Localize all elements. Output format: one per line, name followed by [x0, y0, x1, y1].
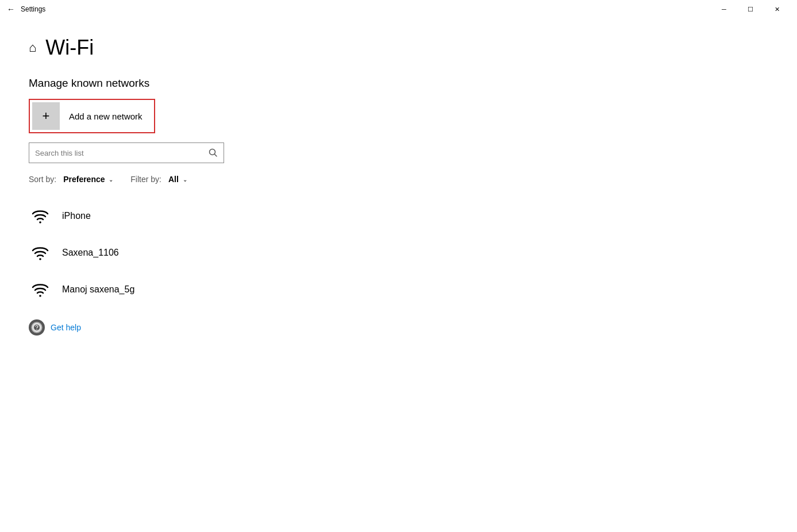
svg-line-1	[214, 154, 217, 156]
page-title: Wi-Fi	[45, 36, 94, 60]
wifi-icon	[29, 241, 52, 264]
add-network-container[interactable]: + Add a new network	[29, 99, 155, 133]
section-title: Manage known networks	[29, 77, 768, 90]
back-button[interactable]: ←	[7, 5, 15, 14]
svg-point-3	[39, 258, 41, 260]
add-network-label: Add a new network	[60, 111, 152, 121]
title-bar-title: Settings	[21, 5, 45, 13]
svg-point-4	[39, 295, 41, 297]
sort-by-dropdown[interactable]: Sort by: Preference ⌄	[29, 175, 113, 184]
minimize-button[interactable]: ─	[711, 0, 737, 18]
sort-value: Preference	[63, 175, 105, 184]
get-help-link[interactable]: Get help	[51, 323, 81, 332]
network-name: iPhone	[62, 211, 91, 221]
list-item[interactable]: iPhone	[29, 198, 768, 234]
wifi-icon	[29, 205, 52, 228]
page-header: ⌂ Wi-Fi	[29, 36, 768, 60]
svg-point-2	[39, 221, 41, 223]
title-bar: ← Settings ─ ☐ ✕	[0, 0, 797, 18]
title-bar-controls: ─ ☐ ✕	[711, 0, 790, 18]
network-name: Saxena_1106	[62, 248, 119, 258]
add-network-plus-icon[interactable]: +	[32, 102, 60, 130]
network-name: Manoj saxena_5g	[62, 284, 134, 295]
get-help-section[interactable]: Get help	[29, 319, 768, 336]
search-container	[29, 142, 224, 163]
title-bar-left: ← Settings	[7, 5, 45, 14]
sort-label: Sort by:	[29, 175, 56, 184]
filter-value: All	[168, 175, 179, 184]
close-button[interactable]: ✕	[764, 0, 790, 18]
filter-chevron-icon: ⌄	[181, 176, 187, 183]
list-item[interactable]: Manoj saxena_5g	[29, 271, 768, 308]
wifi-icon	[29, 278, 52, 301]
svg-point-7	[36, 329, 37, 330]
filter-by-dropdown[interactable]: Filter by: All ⌄	[130, 175, 187, 184]
search-icon[interactable]	[203, 143, 224, 163]
home-icon: ⌂	[29, 40, 36, 55]
list-item[interactable]: Saxena_1106	[29, 234, 768, 271]
main-content: ⌂ Wi-Fi Manage known networks + Add a ne…	[0, 18, 797, 353]
sort-chevron-icon: ⌄	[107, 176, 114, 183]
network-list: iPhone Saxena_1106	[29, 198, 768, 308]
help-icon	[29, 319, 45, 336]
search-input[interactable]	[29, 149, 203, 157]
sort-filter-row: Sort by: Preference ⌄ Filter by: All ⌄	[29, 175, 768, 184]
restore-button[interactable]: ☐	[737, 0, 764, 18]
filter-label: Filter by:	[130, 175, 161, 184]
